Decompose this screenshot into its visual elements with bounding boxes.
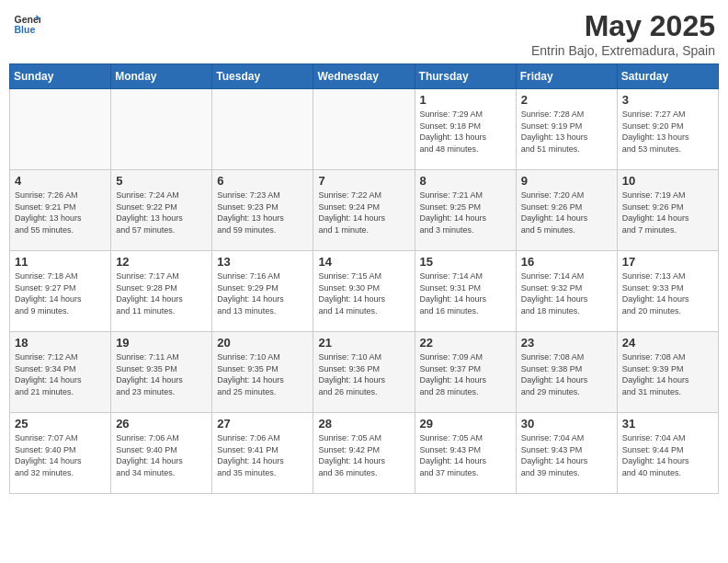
day-number: 18 <box>15 336 106 350</box>
day-number: 19 <box>116 336 207 350</box>
table-row: 28Sunrise: 7:05 AM Sunset: 9:42 PM Dayli… <box>313 413 415 494</box>
day-number: 9 <box>521 174 612 188</box>
logo-icon: General Blue <box>13 9 40 37</box>
day-info: Sunrise: 7:19 AM Sunset: 9:26 PM Dayligh… <box>622 190 713 236</box>
day-info: Sunrise: 7:08 AM Sunset: 9:39 PM Dayligh… <box>622 351 713 397</box>
table-row: 6Sunrise: 7:23 AM Sunset: 9:23 PM Daylig… <box>212 170 313 251</box>
calendar-title: May 2025 <box>531 9 715 43</box>
day-number: 26 <box>116 417 207 431</box>
day-info: Sunrise: 7:04 AM Sunset: 9:44 PM Dayligh… <box>622 432 713 478</box>
day-number: 11 <box>15 255 106 269</box>
day-info: Sunrise: 7:28 AM Sunset: 9:19 PM Dayligh… <box>521 109 612 155</box>
header-monday: Monday <box>111 64 212 89</box>
day-info: Sunrise: 7:10 AM Sunset: 9:36 PM Dayligh… <box>318 351 409 397</box>
day-info: Sunrise: 7:24 AM Sunset: 9:22 PM Dayligh… <box>116 190 207 236</box>
day-info: Sunrise: 7:05 AM Sunset: 9:42 PM Dayligh… <box>318 432 409 478</box>
day-number: 14 <box>318 255 409 269</box>
table-row: 8Sunrise: 7:21 AM Sunset: 9:25 PM Daylig… <box>415 170 516 251</box>
day-info: Sunrise: 7:06 AM Sunset: 9:40 PM Dayligh… <box>116 432 207 478</box>
table-row: 3Sunrise: 7:27 AM Sunset: 9:20 PM Daylig… <box>617 89 718 170</box>
day-number: 1 <box>420 93 511 107</box>
day-info: Sunrise: 7:17 AM Sunset: 9:28 PM Dayligh… <box>116 270 207 316</box>
title-area: May 2025 Entrin Bajo, Extremadura, Spain <box>531 9 715 58</box>
table-row: 20Sunrise: 7:10 AM Sunset: 9:35 PM Dayli… <box>212 332 313 413</box>
header-wednesday: Wednesday <box>313 64 415 89</box>
day-number: 16 <box>521 255 612 269</box>
day-number: 28 <box>318 417 409 431</box>
table-row: 29Sunrise: 7:05 AM Sunset: 9:43 PM Dayli… <box>415 413 516 494</box>
calendar-table: Sunday Monday Tuesday Wednesday Thursday… <box>9 63 719 494</box>
day-number: 6 <box>217 174 308 188</box>
day-number: 7 <box>318 174 409 188</box>
week-row-4: 18Sunrise: 7:12 AM Sunset: 9:34 PM Dayli… <box>10 332 719 413</box>
table-row: 31Sunrise: 7:04 AM Sunset: 9:44 PM Dayli… <box>617 413 718 494</box>
table-row: 25Sunrise: 7:07 AM Sunset: 9:40 PM Dayli… <box>10 413 111 494</box>
table-row: 13Sunrise: 7:16 AM Sunset: 9:29 PM Dayli… <box>212 251 313 332</box>
header-saturday: Saturday <box>617 64 718 89</box>
day-number: 24 <box>622 336 713 350</box>
day-info: Sunrise: 7:14 AM Sunset: 9:32 PM Dayligh… <box>521 270 612 316</box>
day-number: 3 <box>622 93 713 107</box>
table-row <box>10 89 111 170</box>
day-number: 10 <box>622 174 713 188</box>
table-row: 10Sunrise: 7:19 AM Sunset: 9:26 PM Dayli… <box>617 170 718 251</box>
day-number: 20 <box>217 336 308 350</box>
day-info: Sunrise: 7:09 AM Sunset: 9:37 PM Dayligh… <box>420 351 511 397</box>
table-row: 18Sunrise: 7:12 AM Sunset: 9:34 PM Dayli… <box>10 332 111 413</box>
logo: General Blue <box>13 9 40 37</box>
table-row: 24Sunrise: 7:08 AM Sunset: 9:39 PM Dayli… <box>617 332 718 413</box>
day-info: Sunrise: 7:04 AM Sunset: 9:43 PM Dayligh… <box>521 432 612 478</box>
day-number: 2 <box>521 93 612 107</box>
day-number: 4 <box>15 174 106 188</box>
day-info: Sunrise: 7:10 AM Sunset: 9:35 PM Dayligh… <box>217 351 308 397</box>
table-row: 4Sunrise: 7:26 AM Sunset: 9:21 PM Daylig… <box>10 170 111 251</box>
table-row <box>313 89 415 170</box>
table-row: 12Sunrise: 7:17 AM Sunset: 9:28 PM Dayli… <box>111 251 212 332</box>
day-number: 30 <box>521 417 612 431</box>
week-row-1: 1Sunrise: 7:29 AM Sunset: 9:18 PM Daylig… <box>10 89 719 170</box>
day-info: Sunrise: 7:08 AM Sunset: 9:38 PM Dayligh… <box>521 351 612 397</box>
day-info: Sunrise: 7:11 AM Sunset: 9:35 PM Dayligh… <box>116 351 207 397</box>
day-info: Sunrise: 7:23 AM Sunset: 9:23 PM Dayligh… <box>217 190 308 236</box>
header-tuesday: Tuesday <box>212 64 313 89</box>
table-row: 17Sunrise: 7:13 AM Sunset: 9:33 PM Dayli… <box>617 251 718 332</box>
day-info: Sunrise: 7:29 AM Sunset: 9:18 PM Dayligh… <box>420 109 511 155</box>
day-number: 5 <box>116 174 207 188</box>
day-info: Sunrise: 7:18 AM Sunset: 9:27 PM Dayligh… <box>15 270 106 316</box>
header-sunday: Sunday <box>10 64 111 89</box>
table-row: 1Sunrise: 7:29 AM Sunset: 9:18 PM Daylig… <box>415 89 516 170</box>
day-number: 15 <box>420 255 511 269</box>
table-row: 16Sunrise: 7:14 AM Sunset: 9:32 PM Dayli… <box>516 251 617 332</box>
day-number: 31 <box>622 417 713 431</box>
table-row: 26Sunrise: 7:06 AM Sunset: 9:40 PM Dayli… <box>111 413 212 494</box>
day-info: Sunrise: 7:12 AM Sunset: 9:34 PM Dayligh… <box>15 351 106 397</box>
table-row: 19Sunrise: 7:11 AM Sunset: 9:35 PM Dayli… <box>111 332 212 413</box>
day-info: Sunrise: 7:27 AM Sunset: 9:20 PM Dayligh… <box>622 109 713 155</box>
day-number: 12 <box>116 255 207 269</box>
svg-text:Blue: Blue <box>15 24 36 35</box>
day-info: Sunrise: 7:22 AM Sunset: 9:24 PM Dayligh… <box>318 190 409 236</box>
week-row-2: 4Sunrise: 7:26 AM Sunset: 9:21 PM Daylig… <box>10 170 719 251</box>
table-row: 9Sunrise: 7:20 AM Sunset: 9:26 PM Daylig… <box>516 170 617 251</box>
table-row <box>111 89 212 170</box>
table-row: 30Sunrise: 7:04 AM Sunset: 9:43 PM Dayli… <box>516 413 617 494</box>
day-info: Sunrise: 7:20 AM Sunset: 9:26 PM Dayligh… <box>521 190 612 236</box>
day-number: 8 <box>420 174 511 188</box>
weekday-header-row: Sunday Monday Tuesday Wednesday Thursday… <box>10 64 719 89</box>
table-row: 22Sunrise: 7:09 AM Sunset: 9:37 PM Dayli… <box>415 332 516 413</box>
day-info: Sunrise: 7:16 AM Sunset: 9:29 PM Dayligh… <box>217 270 308 316</box>
day-number: 29 <box>420 417 511 431</box>
table-row: 14Sunrise: 7:15 AM Sunset: 9:30 PM Dayli… <box>313 251 415 332</box>
day-number: 27 <box>217 417 308 431</box>
calendar-subtitle: Entrin Bajo, Extremadura, Spain <box>531 43 715 58</box>
day-number: 25 <box>15 417 106 431</box>
day-info: Sunrise: 7:13 AM Sunset: 9:33 PM Dayligh… <box>622 270 713 316</box>
table-row: 5Sunrise: 7:24 AM Sunset: 9:22 PM Daylig… <box>111 170 212 251</box>
week-row-3: 11Sunrise: 7:18 AM Sunset: 9:27 PM Dayli… <box>10 251 719 332</box>
header-thursday: Thursday <box>415 64 516 89</box>
day-info: Sunrise: 7:14 AM Sunset: 9:31 PM Dayligh… <box>420 270 511 316</box>
table-row: 21Sunrise: 7:10 AM Sunset: 9:36 PM Dayli… <box>313 332 415 413</box>
day-info: Sunrise: 7:05 AM Sunset: 9:43 PM Dayligh… <box>420 432 511 478</box>
table-row: 2Sunrise: 7:28 AM Sunset: 9:19 PM Daylig… <box>516 89 617 170</box>
day-number: 17 <box>622 255 713 269</box>
